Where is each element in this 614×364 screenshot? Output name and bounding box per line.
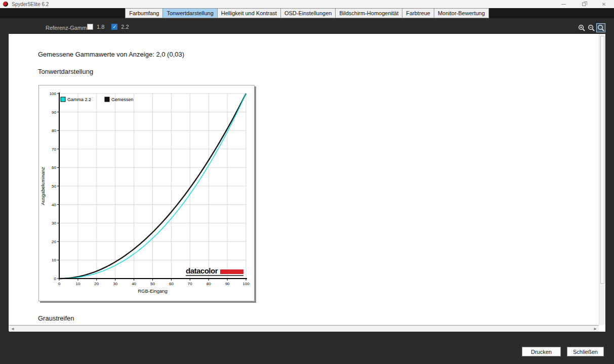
svg-text:80: 80 — [52, 128, 56, 133]
zoom-reset-button[interactable] — [596, 23, 605, 32]
app-window: Spyder5Elite 6.2 ✕ FarbumfangTonwertdars… — [0, 0, 614, 364]
window-title: Spyder5Elite 6.2 — [12, 2, 49, 7]
tab-osd-einstellungen[interactable]: OSD-Einstellungen — [281, 8, 336, 18]
svg-text:70: 70 — [52, 147, 56, 152]
tab-farbumfang[interactable]: Farbumfang — [125, 8, 163, 18]
gamma-1.8-label: 1.8 — [97, 24, 104, 30]
scroll-left-icon[interactable]: ◄ — [11, 326, 15, 332]
next-section-title: Graustreifen — [38, 314, 74, 322]
svg-text:90: 90 — [225, 282, 230, 286]
section-title: Tonwertdarstellung — [38, 68, 93, 75]
svg-text:90: 90 — [52, 110, 56, 115]
vertical-scrollbar[interactable] — [599, 34, 605, 325]
gamma-2.2-label: 2.2 — [121, 24, 129, 30]
tone-curve-chart: 0102030405060708090100010203040506070809… — [38, 85, 255, 301]
svg-text:100: 100 — [50, 92, 57, 96]
svg-text:50: 50 — [52, 184, 56, 189]
zoom-toolbar — [577, 23, 605, 32]
tab-bildschirm-homogenit-t[interactable]: Bildschirm-Homogenität — [336, 8, 402, 18]
svg-text:20: 20 — [94, 282, 99, 286]
svg-text:0: 0 — [58, 282, 61, 286]
tab-tonwertdarstellung[interactable]: Tonwertdarstellung — [163, 8, 217, 18]
zoom-out-button[interactable] — [587, 23, 596, 32]
minimize-button[interactable] — [553, 0, 574, 8]
datacolor-logo-bar — [220, 269, 243, 274]
zoom-in-icon — [578, 24, 586, 32]
tab-farbtreue[interactable]: Farbtreue — [402, 8, 434, 18]
app-icon — [3, 2, 8, 7]
window-controls: ✕ — [553, 0, 614, 8]
y-axis-label: Ausgabeluminanz — [40, 167, 46, 205]
vertical-scrollbar-thumb[interactable] — [600, 36, 604, 284]
svg-text:40: 40 — [132, 282, 136, 286]
svg-text:60: 60 — [52, 165, 56, 170]
print-button[interactable]: Drucken — [522, 347, 561, 356]
minimize-icon — [561, 4, 566, 5]
svg-text:0: 0 — [54, 277, 57, 281]
svg-text:10: 10 — [52, 258, 56, 262]
svg-text:20: 20 — [52, 240, 56, 244]
svg-text:30: 30 — [52, 221, 56, 225]
gamma-1.8-checkbox[interactable] — [87, 24, 93, 30]
legend-label-0: Gamma 2.2 — [67, 97, 91, 102]
restore-button[interactable] — [574, 0, 594, 8]
zoom-reset-icon — [597, 24, 605, 32]
close-dialog-button[interactable]: Schließen — [567, 347, 604, 356]
svg-text:100: 100 — [242, 282, 250, 286]
horizontal-scrollbar[interactable]: ◄ ► — [9, 325, 599, 332]
svg-text:50: 50 — [150, 282, 155, 286]
svg-text:30: 30 — [113, 282, 117, 286]
title-bar: Spyder5Elite 6.2 ✕ — [0, 0, 614, 8]
report-panel: Gemessene Gammawerte von Anzeige: 2,0 (0… — [8, 33, 606, 332]
legend-swatch-1 — [105, 97, 109, 102]
reference-gamma-label: Referenz-Gamma: — [46, 25, 91, 31]
scrollbar-corner — [599, 325, 605, 332]
tab-helligkeit-und-kontrast[interactable]: Helligkeit und Kontrast — [218, 8, 281, 18]
gamma-chart-svg: 0102030405060708090100010203040506070809… — [39, 85, 254, 301]
tab-bar: FarbumfangTonwertdarstellungHelligkeit u… — [0, 8, 614, 18]
reference-gamma-options: 1.8✓2.2 — [87, 24, 136, 30]
gamma-2.2-checkbox[interactable]: ✓ — [111, 24, 117, 30]
measured-gamma-text: Gemessene Gammawerte von Anzeige: 2,0 (0… — [38, 51, 184, 58]
restore-icon — [582, 3, 586, 6]
legend-swatch-0 — [61, 97, 65, 102]
zoom-out-icon — [588, 24, 595, 32]
zoom-in-button[interactable] — [577, 23, 586, 32]
svg-text:40: 40 — [52, 203, 56, 207]
scroll-right-icon[interactable]: ► — [593, 326, 597, 332]
datacolor-logo-text: datacolor — [186, 266, 218, 275]
legend-label-1: Gemessen — [111, 97, 134, 102]
x-axis-label: RGB-Eingang — [138, 288, 168, 294]
svg-text:10: 10 — [75, 282, 80, 286]
svg-text:60: 60 — [169, 282, 174, 286]
close-button[interactable]: ✕ — [594, 0, 614, 8]
tab-monitor-bewertung[interactable]: Monitor-Bewertung — [434, 8, 489, 18]
svg-text:80: 80 — [207, 282, 211, 286]
svg-text:70: 70 — [188, 282, 192, 286]
